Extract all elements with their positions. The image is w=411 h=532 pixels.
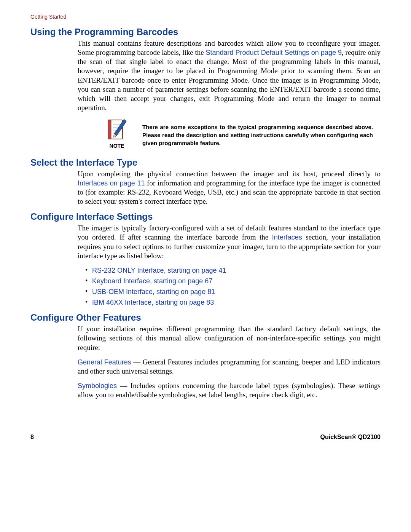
heading-using-programming-barcodes: Using the Programming Barcodes bbox=[30, 27, 381, 37]
text: , require only the scan of that single l… bbox=[78, 48, 381, 112]
page: Getting Started Using the Programming Ba… bbox=[0, 0, 411, 454]
page-number: 8 bbox=[30, 434, 34, 441]
section-body: Upon completing the physical connection … bbox=[78, 169, 381, 206]
section-body: This manual contains feature description… bbox=[78, 39, 381, 150]
interface-list: RS-232 ONLY Interface, starting on page … bbox=[85, 266, 381, 307]
heading-select-interface-type: Select the Interface Type bbox=[30, 157, 381, 168]
svg-rect-1 bbox=[108, 120, 111, 139]
dash: — bbox=[120, 382, 130, 390]
note-icon-column: NOTE bbox=[100, 118, 133, 150]
paragraph: Upon completing the physical connection … bbox=[78, 169, 381, 206]
link-interfaces-page-11[interactable]: Interfaces on page 11 bbox=[78, 179, 145, 187]
text: Upon completing the physical connection … bbox=[78, 170, 381, 178]
paragraph: General Features — General Features incl… bbox=[78, 358, 381, 376]
list-item: RS-232 ONLY Interface, starting on page … bbox=[85, 266, 381, 275]
note-block: NOTE There are some exceptions to the ty… bbox=[100, 118, 381, 150]
heading-configure-interface-settings: Configure Interface Settings bbox=[30, 211, 381, 222]
link-interfaces[interactable]: Interfaces bbox=[272, 233, 302, 241]
page-footer: 8 QuickScan® QD2100 bbox=[30, 434, 381, 441]
link-rs232-interface[interactable]: RS-232 ONLY Interface, starting on page … bbox=[92, 267, 226, 274]
paragraph: This manual contains feature description… bbox=[78, 39, 381, 112]
running-header: Getting Started bbox=[30, 14, 381, 20]
note-text: There are some exceptions to the typical… bbox=[142, 118, 381, 147]
link-keyboard-interface[interactable]: Keyboard Interface, starting on page 67 bbox=[92, 277, 212, 285]
note-label: NOTE bbox=[100, 143, 133, 150]
link-usb-oem-interface[interactable]: USB-OEM Interface, starting on page 81 bbox=[92, 288, 215, 296]
link-ibm-46xx-interface[interactable]: IBM 46XX Interface, starting on page 83 bbox=[92, 299, 214, 306]
section-body: The imager is typically factory-configur… bbox=[78, 224, 381, 307]
list-item: USB-OEM Interface, starting on page 81 bbox=[85, 287, 381, 296]
list-item: Keyboard Interface, starting on page 67 bbox=[85, 276, 381, 286]
link-standard-product-default[interactable]: Standard Product Default Settings on pag… bbox=[206, 49, 342, 56]
list-item: IBM 46XX Interface, starting on page 83 bbox=[85, 298, 381, 307]
paragraph: If your installation requires different … bbox=[78, 324, 381, 352]
product-name: QuickScan® QD2100 bbox=[320, 434, 381, 441]
heading-configure-other-features: Configure Other Features bbox=[30, 312, 381, 323]
notepad-icon bbox=[105, 118, 129, 141]
section-body: If your installation requires different … bbox=[78, 324, 381, 399]
paragraph: Symbologies — Includes options concernin… bbox=[78, 381, 381, 399]
paragraph: The imager is typically factory-configur… bbox=[78, 224, 381, 260]
dash: — bbox=[133, 358, 143, 366]
link-general-features[interactable]: General Features bbox=[78, 358, 131, 366]
link-symbologies[interactable]: Symbologies bbox=[78, 382, 117, 390]
